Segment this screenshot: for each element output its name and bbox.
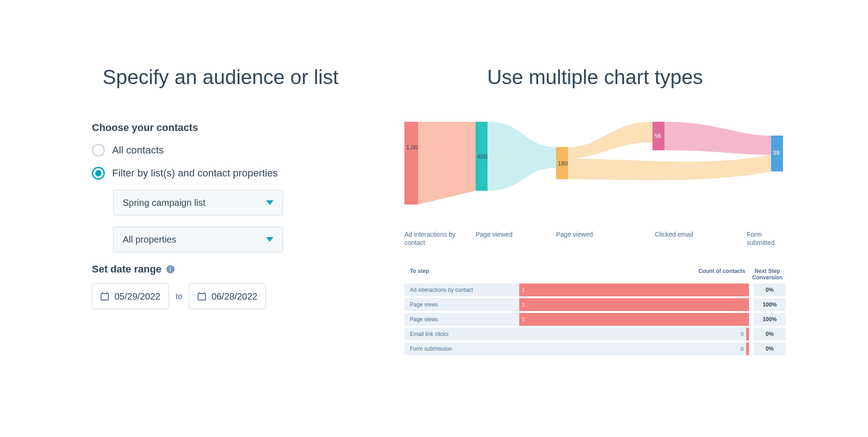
th-count: Count of contacts [519, 268, 749, 281]
info-icon[interactable]: i [166, 265, 175, 273]
sankey-label-1: Page viewed [476, 230, 556, 247]
radio-all-label: All contacts [112, 144, 164, 156]
contacts-section-label: Choose your contacts [92, 122, 349, 134]
th-conv: Next Step Conversion [749, 268, 786, 281]
date-to-value: 06/28/2022 [211, 291, 257, 302]
td-conversion: 0% [754, 284, 786, 296]
date-from-input[interactable]: 05/29/2022 [92, 284, 169, 309]
date-from-value: 05/29/2022 [114, 291, 160, 302]
th-step: To step [404, 268, 519, 281]
properties-select-value: All properties [123, 234, 176, 245]
radio-icon [92, 144, 105, 157]
sankey-label-0: Ad interactions by contact [404, 230, 476, 247]
td-step: Ad interactions by contact [404, 284, 519, 296]
radio-all-contacts[interactable]: All contacts [92, 144, 349, 157]
radio-icon-selected [92, 167, 105, 180]
audience-title: Specify an audience or list [92, 64, 349, 90]
radio-filter-label: Filter by list(s) and contact properties [112, 167, 278, 179]
caret-down-icon [266, 200, 273, 205]
td-conversion: 100% [754, 313, 786, 326]
td-step: Page views [404, 313, 519, 326]
calendar-icon [101, 292, 109, 301]
table-row: Page views1100% [404, 313, 786, 326]
table-row: Form submission00% [404, 342, 786, 355]
sankey-value-1: 830 [477, 153, 488, 160]
td-conversion: 0% [754, 328, 786, 341]
td-count-bar: 0 [519, 342, 749, 355]
table-row: Ad interactions by contact10% [404, 284, 786, 296]
date-to-separator: to [176, 292, 182, 301]
list-select-value: Spring campaign list [123, 198, 205, 208]
td-conversion: 0% [754, 342, 786, 355]
svg-rect-0 [404, 122, 418, 204]
table-row: Email link clicks00% [404, 328, 786, 341]
table-row: Page views1100% [404, 298, 786, 311]
properties-select[interactable]: All properties [113, 227, 283, 252]
audience-panel: Specify an audience or list Choose your … [92, 64, 349, 357]
sankey-label-3: Clicked email [655, 230, 747, 247]
sankey-label-2: Page viewed [556, 230, 655, 247]
td-count-bar: 1 [519, 284, 749, 296]
list-select[interactable]: Spring campaign list [113, 190, 283, 216]
radio-filter-contacts[interactable]: Filter by list(s) and contact properties [92, 167, 349, 180]
td-count-bar: 1 [519, 298, 749, 311]
sankey-axis-labels: Ad interactions by contact Page viewed P… [404, 227, 786, 247]
td-count-bar: 0 [519, 328, 749, 341]
td-conversion: 100% [754, 298, 786, 311]
td-step: Page views [404, 298, 519, 311]
sankey-chart: 1,000 830 180 56 [404, 122, 786, 223]
td-step: Form submission [404, 342, 519, 355]
chart-title: Use multiple chart types [404, 64, 786, 90]
sankey-label-4: Form submitted [747, 230, 783, 247]
td-step: Email link clicks [404, 328, 519, 341]
td-count-bar: 1 [519, 313, 749, 326]
caret-down-icon [266, 237, 273, 242]
date-to-input[interactable]: 06/28/2022 [189, 284, 266, 309]
conversion-table: To step Count of contacts Next Step Conv… [404, 265, 786, 355]
chart-panel: Use multiple chart types 1,000 830 180 [404, 64, 786, 357]
date-range-label: Set date range [92, 263, 162, 275]
calendar-icon [198, 292, 206, 301]
sankey-value-3: 56 [654, 132, 661, 139]
sankey-value-4: 39 [773, 149, 779, 156]
sankey-value-2: 180 [558, 160, 568, 167]
